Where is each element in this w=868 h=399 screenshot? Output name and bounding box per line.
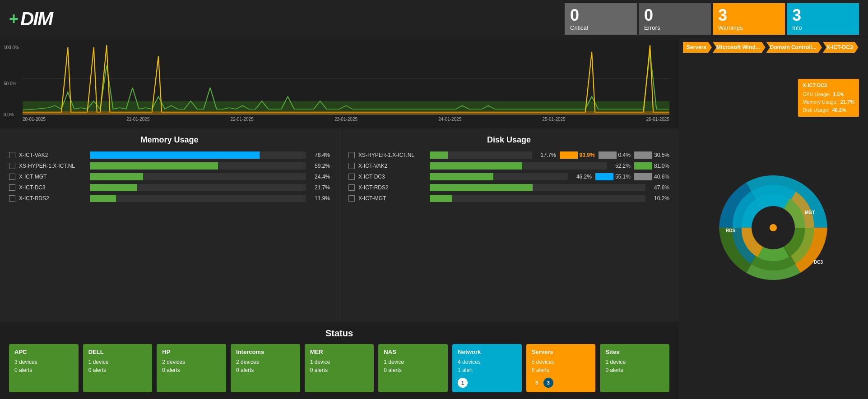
breadcrumb-item-2[interactable]: Domain Controll...: [766, 42, 822, 53]
metrics-row: Memory Usage X-ICT-VAK2 78.4% XS-HYPER-1…: [0, 128, 678, 321]
svg-text:RDS: RDS: [726, 228, 735, 233]
disk-row: X-ICT-MGT 10.2%: [348, 195, 669, 202]
counter-num-errors: 0: [644, 7, 653, 23]
logo-plus: +: [9, 11, 19, 27]
breadcrumb: ServersMicrosoft Wind...Domain Controll.…: [678, 38, 868, 56]
chart-date-label: 26-01-2025: [646, 117, 669, 122]
memory-row: X-ICT-RDS2 11.9%: [9, 195, 330, 202]
disk-bar: [430, 173, 493, 180]
disk-bar-container: [430, 195, 645, 202]
status-card-devices: 3 devices: [14, 358, 73, 366]
disk-icon: [348, 184, 355, 191]
status-card-alerts: 6 alerts: [532, 366, 590, 374]
memory-pct: 78.4%: [310, 152, 330, 158]
status-cards: APC 3 devices 0 alerts DELL 1 device 0 a…: [9, 344, 669, 392]
status-card-nas[interactable]: NAS 1 device 0 alerts: [378, 344, 448, 392]
memory-bar: [90, 184, 137, 191]
donut-tooltip: X-ICT-DC3 CPU Usage: 1.5% Memory Usage: …: [798, 79, 859, 117]
donut-mem-row: Memory Usage: 21.7%: [803, 98, 854, 106]
disk-extra-item: 0.4%: [599, 151, 631, 159]
status-card-network[interactable]: Network 4 devices 1 alert 1: [452, 344, 522, 392]
counter-info[interactable]: 3 Info: [787, 3, 859, 35]
breadcrumb-item-1[interactable]: Microsoft Wind...: [713, 42, 766, 53]
memory-name: X-ICT-VAK2: [19, 152, 87, 158]
disk-extra-bar: [634, 173, 652, 180]
memory-bar: [90, 195, 116, 202]
memory-name: XS-HYPER-1.X-ICT.NL: [19, 163, 87, 169]
disk-name: XS-HYPER-1.X-ICT.NL: [358, 152, 426, 158]
memory-name: X-ICT-MGT: [19, 174, 87, 180]
svg-text:DC3: DC3: [814, 260, 823, 265]
memory-icon: [9, 152, 15, 158]
status-card-devices: 2 devices: [162, 358, 221, 366]
counter-critical[interactable]: 0 Critical: [565, 3, 637, 35]
status-card-dell[interactable]: DELL 1 device 0 alerts: [83, 344, 153, 392]
disk-extra-pct: 30.5%: [654, 152, 669, 158]
status-badges: 1: [458, 378, 516, 388]
status-badges: 33: [532, 378, 590, 388]
breadcrumb-item-3[interactable]: X-ICT-DC3: [823, 42, 859, 53]
disk-name: X-ICT-MGT: [358, 195, 426, 202]
memory-bar-container: [90, 151, 306, 159]
status-card-devices: 2 devices: [236, 358, 295, 366]
memory-title: Memory Usage: [9, 135, 330, 145]
chart-area: [23, 43, 669, 115]
breadcrumb-item-0[interactable]: Servers: [683, 42, 712, 53]
disk-extra-pct: 81.0%: [654, 163, 669, 169]
disk-extra-item: 81.0%: [634, 162, 669, 170]
status-card-intercoms[interactable]: Intercoms 2 devices 0 alerts: [231, 344, 300, 392]
counter-errors[interactable]: 0 Errors: [639, 3, 711, 35]
right-panel: ServersMicrosoft Wind...Domain Controll.…: [678, 38, 868, 399]
disk-rows: XS-HYPER-1.X-ICT.NL 17.7% 93.9% 0.4% 30.…: [348, 151, 669, 202]
chart-date-label: 24-01-2025: [438, 117, 461, 122]
memory-pct: 59.2%: [310, 163, 330, 169]
memory-icon: [9, 163, 15, 169]
status-card-devices: 1 device: [310, 358, 369, 366]
donut-area: X-ICT-DC3 CPU Usage: 1.5% Memory Usage: …: [678, 56, 868, 399]
counter-num-warnings: 3: [718, 7, 727, 23]
memory-rows: X-ICT-VAK2 78.4% XS-HYPER-1.X-ICT.NL 59.…: [9, 151, 330, 202]
disk-name: X-ICT-VAK2: [358, 163, 426, 169]
status-title: Status: [9, 328, 669, 339]
status-badge: 3: [543, 378, 553, 388]
memory-bar-container: [90, 162, 306, 170]
status-card-alerts: 0 alerts: [605, 366, 664, 374]
counter-label-info: Info: [792, 24, 802, 31]
memory-bar: [90, 151, 260, 159]
counter-warnings[interactable]: 3 Warnings: [713, 3, 785, 35]
status-card-apc[interactable]: APC 3 devices 0 alerts: [9, 344, 79, 392]
svg-text:MGT: MGT: [805, 210, 815, 215]
status-card-servers[interactable]: Servers 5 devices 6 alerts 33: [526, 344, 596, 392]
status-card-devices: 1 device: [605, 358, 664, 366]
disk-icon: [348, 152, 355, 158]
left-panel: 100.0% 50.0% 0.0%: [0, 38, 678, 399]
chart-date-label: 22-01-2025: [231, 117, 254, 122]
status-section: Status APC 3 devices 0 alerts DELL 1 dev…: [0, 321, 678, 399]
disk-extra-pct: 55.1%: [615, 174, 631, 180]
disk-extra-pct: 0.4%: [618, 152, 631, 158]
status-card-sites[interactable]: Sites 1 device 0 alerts: [600, 344, 669, 392]
logo[interactable]: + DIM: [9, 8, 52, 30]
disk-panel: Disk Usage XS-HYPER-1.X-ICT.NL 17.7% 93.…: [339, 128, 678, 321]
chart-dates: 20-01-202521-01-202522-01-202523-01-2025…: [23, 117, 669, 122]
memory-row: X-ICT-MGT 24.4%: [9, 173, 330, 180]
status-card-hp[interactable]: HP 2 devices 0 alerts: [157, 344, 226, 392]
chart-date-label: 23-01-2025: [334, 117, 357, 122]
disk-pct: 10.2%: [649, 195, 669, 202]
disk-extra-item: 55.1%: [595, 173, 631, 180]
status-badge: 1: [458, 378, 468, 388]
memory-name: X-ICT-DC3: [19, 184, 87, 191]
memory-bar-container: [90, 195, 306, 202]
donut-cpu-val: 1.5%: [833, 91, 844, 99]
memory-name: X-ICT-RDS2: [19, 195, 87, 202]
chart-svg: [23, 43, 669, 115]
chart-y-label-bot: 0.0%: [4, 112, 14, 117]
status-card-alerts: 0 alerts: [14, 366, 73, 374]
status-card-mer[interactable]: MER 1 device 0 alerts: [305, 344, 374, 392]
chart-date-label: 20-01-2025: [23, 117, 46, 122]
status-card-alerts: 1 alert: [458, 366, 516, 374]
counter-num-critical: 0: [570, 7, 579, 23]
header: + DIM 0 Critical 0 Errors 3 Warnings 3 I…: [0, 0, 868, 38]
disk-pct: 17.7%: [536, 152, 556, 158]
memory-row: XS-HYPER-1.X-ICT.NL 59.2%: [9, 162, 330, 170]
